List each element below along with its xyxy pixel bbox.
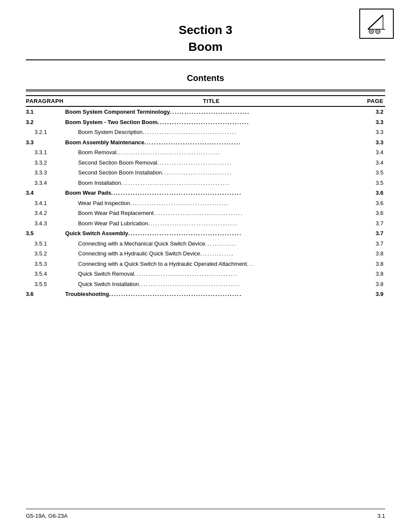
toc-para-num: 3.5.2 [26,249,65,259]
toc-dots: ........................................… [128,230,242,236]
toc-title-text: Connecting with a Mechanical Quick Switc… [78,240,205,247]
toc-page-num: 3.7 [359,218,385,229]
toc-title: Troubleshooting.........................… [65,289,359,299]
toc-title-text: Boom System Component Terminology [65,109,170,115]
toc-title: Quick Switch Assembly...................… [65,228,359,239]
toc-row: 3.5Quick Switch Assembly................… [26,228,385,239]
toc-dots: ........................................… [130,200,229,206]
toc-title: Connecting with a Hydraulic Quick Switch… [65,249,359,259]
toc-title: Wear Pad Inspection.....................… [65,198,359,208]
toc-dots: ........................................ [144,139,241,146]
toc-dots: ..................................... [148,220,238,227]
toc-title: Second Section Boom Removal.............… [65,158,359,168]
toc-dots: ............................... [157,159,232,166]
toc-para-num: 3.4 [26,188,65,198]
toc-dots: ........................................… [121,180,230,186]
footer-left: G5-19A, G6-23A [26,513,68,519]
toc-para-num: 3.5.4 [26,269,65,279]
toc-row: 3.3.2Second Section Boom Removal........… [26,158,385,168]
toc-page-num: 3.8 [359,269,385,279]
toc-para-num: 3.4.1 [26,198,65,208]
toc-page-num: 3.8 [359,259,385,269]
toc-para-num: 3.5.5 [26,279,65,289]
toc-page-num: 3.4 [359,147,385,158]
toc-row: 3.3.4Boom Installation..................… [26,178,385,188]
toc-table: PARAGRAPH TITLE PAGE 3.1Boom System Comp… [26,95,385,299]
contents-heading: Contents [26,73,385,83]
toc-dots: ................................. [170,109,250,115]
toc-row: 3.6Troubleshooting......................… [26,289,385,299]
toc-dots: .............. [200,250,234,257]
toc-page-num: 3.4 [359,158,385,168]
toc-title-text: Second Section Boom Installation [78,169,162,176]
toc-page-num: 3.5 [359,168,385,178]
toc-title-text: Boom System - Two Section Boom [65,119,157,125]
toc-para-num: 3.6 [26,289,65,299]
page-wrapper: Section 3 Boom Contents PARAGRAPH TITLE … [0,0,411,532]
toc-title: Boom Wear Pads..........................… [65,188,359,198]
toc-title-text: Boom System Description [78,129,143,135]
footer-right: 3.1 [377,513,385,519]
toc-page-num: 3.8 [359,249,385,259]
svg-point-5 [371,31,372,32]
toc-title-text: Troubleshooting [65,291,109,297]
toc-title: Connecting with a Mechanical Quick Switc… [65,239,359,249]
toc-para-num: 3.5 [26,228,65,239]
toc-title: Boom Wear Pad Replacement...............… [65,208,359,218]
toc-page-num: 3.7 [359,228,385,239]
svg-point-4 [369,29,374,34]
toc-para-num: 3.3 [26,137,65,148]
toc-title: Second Section Boom Installation........… [65,168,359,178]
toc-title-text: Connecting with a Quick Switch to a Hydr… [78,261,247,267]
toc-page-num: 3.5 [359,178,385,188]
logo-area [359,9,394,39]
title-divider [26,59,385,60]
toc-page-num: 3.2 [359,106,385,117]
toc-dots: ........................................… [139,281,240,287]
toc-page-num: 3.3 [359,117,385,128]
toc-section: Contents PARAGRAPH TITLE PAGE 3.1Boom Sy… [26,73,385,299]
toc-row: 3.1Boom System Component Terminology....… [26,106,385,117]
toc-title: Quick Switch Removal....................… [65,269,359,279]
toc-para-num: 3.5.1 [26,239,65,249]
toc-title-text: Boom Wear Pad Replacement [78,210,153,216]
toc-para-num: 3.5.3 [26,259,65,269]
toc-title: Boom Wear Pad Lubrication...............… [65,218,359,229]
toc-title: Connecting with a Quick Switch to a Hydr… [65,259,359,269]
toc-title: Quick Switch Installation...............… [65,279,359,289]
toc-row: 3.3.1Boom Removal.......................… [26,147,385,158]
toc-page-num: 3.9 [359,289,385,299]
toc-dots: ... [247,261,254,267]
toc-row: 3.5.4Quick Switch Removal...............… [26,269,385,279]
toc-title: Boom Assembly Maintenance...............… [65,137,359,148]
toc-row: 3.3Boom Assembly Maintenance............… [26,137,385,148]
toc-dots: ....................................... [143,129,237,135]
toc-dots: ..................................... [154,210,243,216]
toc-title-text: Boom Installation [78,180,121,186]
toc-dots: ........................................… [116,149,220,156]
toc-title-text: Boom Wear Pads [65,190,111,196]
toc-page-num: 3.6 [359,198,385,208]
toc-page-num: 3.3 [359,127,385,137]
toc-page-num: 3.6 [359,188,385,198]
logo-icon [364,13,389,34]
header-title: TITLE [65,96,359,106]
toc-title-text: Boom Removal [78,149,116,156]
toc-title-text: Boom Assembly Maintenance [65,139,144,146]
toc-dots: ........................................… [109,291,242,297]
toc-title-text: Quick Switch Assembly [65,230,128,236]
section-label: Section 3 [179,23,232,37]
toc-row: 3.2Boom System - Two Section Boom.......… [26,117,385,128]
toc-para-num: 3.3.1 [26,147,65,158]
contents-rule-top [26,90,385,90]
header-paragraph: PARAGRAPH [26,96,65,106]
toc-para-num: 3.3.3 [26,168,65,178]
toc-dots: ............................. [162,169,232,176]
toc-title-text: Quick Switch Installation [78,281,139,287]
toc-row: 3.5.1Connecting with a Mechanical Quick … [26,239,385,249]
toc-dots: ...................................... [158,119,249,125]
toc-title: Boom System - Two Section Boom..........… [65,117,359,128]
toc-title-text: Wear Pad Inspection [78,200,130,206]
toc-title-text: Second Section Boom Removal [78,159,157,166]
svg-line-3 [368,15,383,29]
